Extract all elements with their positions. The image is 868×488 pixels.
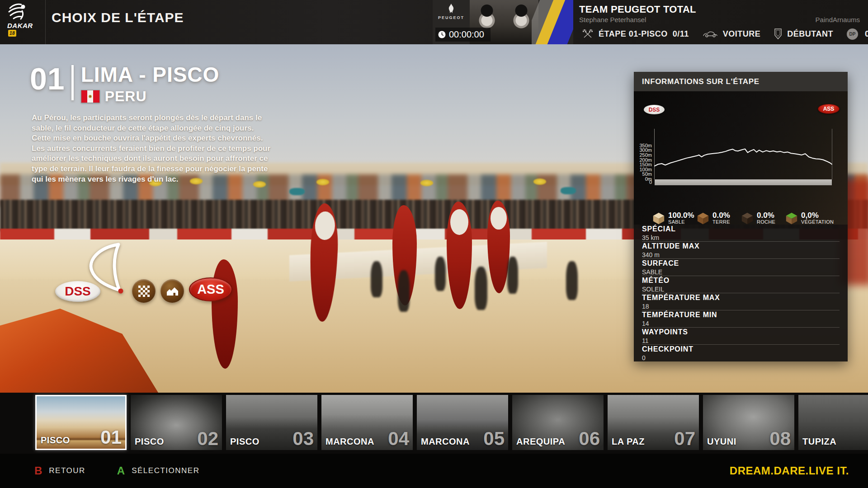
clock-icon [438,31,446,38]
stage-tile[interactable]: TUPIZA [798,395,868,450]
peru-flag-icon [81,90,100,103]
gamepad-key-icon: B [34,465,42,477]
terrain-percentage: 0.0% [757,211,775,220]
divider [45,0,46,44]
terrain-breakdown: 100.0% SABLE 0.0% TERRE [652,211,829,225]
dakar-slogan: DREAM.DARE.LIVE IT. [730,465,849,477]
terrain-cube-icon [696,211,710,225]
stat-row: CHECKPOINT 0 [642,345,840,361]
scene-shape [420,180,433,186]
username: PaindArnaums [816,16,860,23]
hint-label: RETOUR [49,466,85,475]
scene-shape [316,179,329,185]
timer-value: 00:00:00 [449,29,484,40]
house-icon [166,286,179,297]
terrain-cube-icon [741,211,754,225]
stat-row: SURFACE SABLE [642,259,840,276]
car-icon [703,30,718,38]
scene-finish-marker: ASS [189,277,232,301]
stage-tile[interactable]: PISCO 03 [226,395,317,450]
gamepad-key-icon: A [117,465,125,477]
stage-tile-number: 08 [769,428,791,450]
stage-tile-number: 02 [197,428,218,450]
stat-value: 11 [642,337,840,344]
peugeot-lion-icon [446,3,456,14]
stat-label: WAYPOINTS [642,328,840,336]
stage-tile[interactable]: AREQUIPA 06 [512,395,604,450]
shield-icon [774,28,782,40]
stage-tile-number: 03 [292,428,314,450]
stage-tile-number: 05 [483,428,505,450]
stat-label: CHECKPOINT [642,345,840,353]
stage-stats-list: SPÉCIAL 35 km ALTITUDE MAX 340 m SURFACE… [634,225,848,361]
scene-shape [566,261,578,300]
stage-tile[interactable]: PISCO 02 [131,395,222,450]
stat-value: 18 [642,303,840,310]
bivouac-marker [160,279,184,303]
stat-value: 0 [642,354,840,361]
stage-country: PERU [105,88,147,105]
gamepad-hint-button[interactable]: B RETOUR [34,465,85,477]
stage-label: ÉTAPE 01-PISCO [599,29,668,38]
stage-tile-name: MARCONA [421,436,470,447]
stage-progress-label: ÉTAPE 01-PISCO 0/11 [599,29,689,39]
terrain-item: 100.0% SABLE [652,211,696,225]
dakar-tuareg-icon [7,3,28,22]
dp-segment: DP [840,28,865,40]
team-stripes [532,0,573,44]
scene-shape [371,261,382,297]
scene-shape [289,188,305,195]
stage-tile-name: PISCO [41,435,70,446]
gamepad-hint-button[interactable]: A SÉLECTIONNER [117,465,200,477]
elevation-chart: DSS ASS 350m300m250m200m150m100m50m0m0 [634,91,848,225]
top-bar: DAKAR18 CHOIX DE L'ÉTAPE PEUGEOT [0,0,868,44]
stage-tile[interactable]: PISCO 01 [35,395,127,450]
stage-tile[interactable]: LA PAZ 07 [608,395,699,450]
stage-tile[interactable]: MARCONA 04 [321,395,413,450]
button-hints: B RETOUR A SÉLECTIONNER [34,465,199,477]
stat-row: SPÉCIAL 35 km [642,225,840,242]
terrain-percentage: 0,0% [801,211,834,220]
stat-label: TEMPÉRATURE MIN [642,311,840,319]
terrain-type: ROCHE [757,220,775,225]
terrain-percentage: 0.0% [712,211,730,220]
stat-value: SOLEIL [642,286,840,293]
terrain-type: TERRE [712,220,730,225]
stage-tile[interactable]: UYUNI 08 [703,395,794,450]
terrain-cube-icon [785,211,798,225]
logo-year-badge: 18 [8,30,16,37]
terrain-item: 0,0% VÉGÉTATION [785,211,829,225]
stage-progress-segment: ÉTAPE 01-PISCO 0/11 [575,29,696,39]
map-cursor-icon [85,242,127,296]
stat-row: ALTITUDE MAX 340 m [642,242,840,259]
stage-info-panel: INFORMATIONS SUR L'ÉTAPE DSS ASS 350m300… [634,72,848,361]
dakar-18-logo: DAKAR18 [7,3,39,42]
stage-tile-number: 07 [674,428,695,450]
team-name: TEAM PEUGEOT TOTAL [579,4,696,15]
race-timer: 00:00:00 [435,28,491,42]
terrain-percentage: 100.0% [668,211,694,220]
stage-tile-name: AREQUIPA [516,436,565,447]
stat-row: TEMPÉRATURE MIN 14 [642,310,840,328]
hint-label: SÉLECTIONNER [132,466,199,475]
stage-number: 01 [30,64,65,105]
stat-label: SURFACE [642,259,840,267]
scene-shape [398,270,410,312]
peugeot-wordmark: PEUGEOT [438,15,464,20]
stage-heading: 01 LIMA - PISCO PERU [30,64,219,105]
stat-label: TEMPÉRATURE MAX [642,294,840,302]
stage-tile[interactable]: MARCONA 05 [417,395,508,450]
stat-label: MÉTÉO [642,277,840,285]
stage-tile-name: PISCO [135,436,164,447]
scene-shape [475,267,487,310]
vehicle-segment: VOITURE [696,29,768,39]
stat-value: SABLE [642,268,840,276]
page-title: CHOIX DE L'ÉTAPE [52,10,184,25]
stat-value: 35 km [642,234,840,241]
stat-value: 14 [642,320,840,327]
terrain-item: 0.0% ROCHE [741,211,785,225]
stage-tile-name: PISCO [230,436,259,447]
scene-shape [561,187,576,194]
stage-carousel: PISCO 01 PISCO 02 PISCO 03 MARCONA 04 MA… [0,393,868,454]
stage-route: LIMA - PISCO [81,64,220,85]
